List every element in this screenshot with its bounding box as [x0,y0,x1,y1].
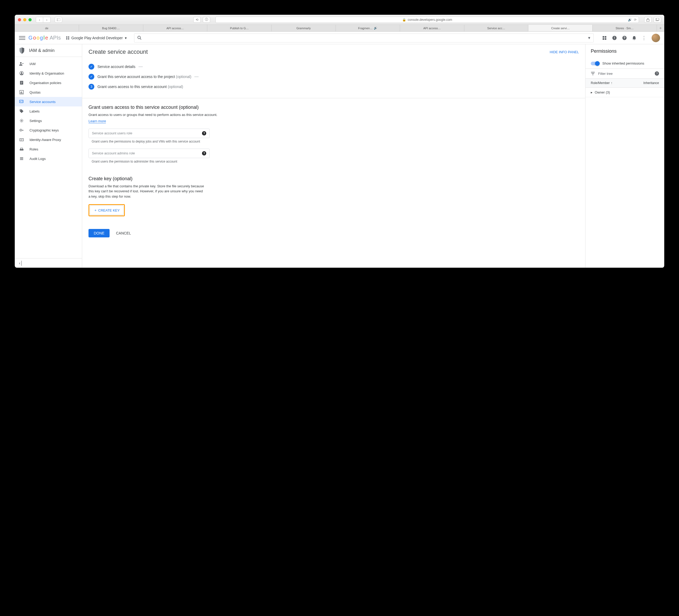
sidebar-item-org-policies[interactable]: Organisation policies [15,78,82,88]
project-name: Google Play Android Developer [71,36,123,40]
section-title: IAM & admin [29,48,55,53]
sidebar-item-crypto-keys[interactable]: Cryptographic keys [15,125,82,135]
svg-rect-25 [22,93,23,94]
users-role-input[interactable]: Service account users role ? [89,129,209,138]
svg-rect-7 [603,36,604,38]
browser-tab[interactable]: Bug 59400:… [79,25,143,31]
hamburger-menu-button[interactable] [19,35,25,41]
browser-tab[interactable]: Publish to G… [207,25,271,31]
tabs-button[interactable] [654,17,661,23]
privacy-button[interactable]: ⓘ [203,17,210,23]
plus-icon: ＋ [94,208,97,213]
svg-point-33 [21,130,21,131]
svg-rect-39 [20,149,24,150]
search-bar[interactable]: ▾ [134,33,594,42]
svg-point-31 [21,120,22,121]
chevron-down-icon: ▾ [588,35,590,40]
svg-rect-10 [605,38,606,40]
more-icon[interactable]: ⋮ [642,35,646,41]
new-tab-button[interactable]: + [657,25,664,31]
sidebar-item-settings[interactable]: Settings [15,116,82,125]
reader-button[interactable]: ⟲ [193,17,201,23]
page-title: Create service account [89,49,148,55]
sidebar-item-quotas[interactable]: Quotas [15,88,82,97]
gift-icon[interactable] [602,36,607,40]
filter-icon[interactable] [591,72,595,75]
step-3[interactable]: 3 Grant users access to this service acc… [89,82,579,92]
close-window-button[interactable] [18,18,21,21]
create-key-description: Download a file that contains the privat… [89,184,204,199]
key-icon [19,128,24,132]
svg-point-30 [20,110,21,111]
maximize-window-button[interactable] [28,18,32,21]
browser-tab[interactable]: API access… [143,25,207,31]
sidebar-item-service-accounts[interactable]: Service accounts [15,97,82,106]
browser-tab[interactable]: Grammarly [271,25,336,31]
browser-tab-active[interactable]: Create servi… [528,25,593,31]
list-icon [19,157,24,160]
minimize-window-button[interactable] [23,18,26,21]
checkmark-icon [89,74,94,80]
svg-point-5 [138,36,140,39]
address-bar[interactable]: 🔒 console.developers.google.com 🔊 ⟳ [216,17,639,23]
svg-rect-8 [605,36,606,38]
cancel-button[interactable]: CANCEL [116,231,131,235]
grant-heading: Grant users access to this service accou… [89,104,579,110]
sidebar-item-roles[interactable]: Roles [15,144,82,154]
cloud-header: Google APIs Google Play Android Develope… [15,32,664,44]
project-selector[interactable]: Google Play Android Developer ▾ [66,36,127,40]
share-button[interactable] [644,17,652,23]
section-header: IAM & admin [15,44,82,57]
browser-tab[interactable]: Service acc… [464,25,528,31]
help-icon[interactable]: ? [655,71,659,75]
hide-info-panel-button[interactable]: HIDE INFO PANEL [550,50,579,54]
checkmark-icon [89,64,94,69]
browser-tab[interactable]: Stores · Sm… [593,25,657,31]
sound-icon[interactable]: 🔊 [628,18,632,22]
step-2[interactable]: Grant this service account access to the… [89,72,579,82]
svg-line-6 [140,38,141,39]
browser-tab[interactable]: de [15,25,79,31]
inherited-permissions-toggle[interactable] [591,62,599,65]
learn-more-link[interactable]: Learn more [89,119,106,123]
done-button[interactable]: DONE [89,229,109,237]
sidebar-item-iap[interactable]: Identity-Aware Proxy [15,135,82,144]
field-hint: Grant users the permissions to deploy jo… [89,140,579,143]
sidebar-item-labels[interactable]: Labels [15,106,82,116]
forward-button[interactable]: › [43,17,51,23]
collapse-sidebar-button[interactable]: ‹│ [15,258,82,268]
inheritance-column[interactable]: Inheritance [643,81,659,85]
browser-tab[interactable]: Fragmen…🔊 [336,25,400,31]
expand-icon: ▸ [591,90,593,94]
help-icon[interactable]: ? [202,131,206,135]
user-avatar[interactable] [652,34,660,42]
create-key-button[interactable]: ＋ CREATE KEY [90,206,124,215]
iap-icon [19,138,24,142]
google-apis-logo[interactable]: Google APIs [28,35,61,41]
titlebar: ‹ › ⟲ ⓘ 🔒 console.developers.google.com … [15,15,664,25]
admins-role-input[interactable]: Service account admins role ? [89,149,209,158]
permissions-row[interactable]: ▸ Owner (3) [585,88,664,97]
alert-icon[interactable]: ! [612,36,617,40]
main-content: Create service account HIDE INFO PANEL S… [82,44,585,268]
back-button[interactable]: ‹ [36,17,43,23]
help-icon[interactable]: ? [202,151,206,155]
step-1[interactable]: Service account details [89,62,579,72]
document-icon [19,81,24,85]
reload-icon[interactable]: ⟳ [634,18,637,22]
sidebar-item-audit-logs[interactable]: Audit Logs [15,154,82,163]
browser-tab[interactable]: API access… [400,25,464,31]
service-account-icon [19,100,24,103]
sidebar-item-iam[interactable]: IAM [15,59,82,68]
svg-point-15 [20,62,22,64]
sidebar-toggle-button[interactable] [55,17,62,23]
browser-window: ‹ › ⟲ ⓘ 🔒 console.developers.google.com … [15,15,664,268]
role-member-column[interactable]: Role/Member ↑ [591,81,643,85]
sidebar-item-identity[interactable]: Identity & Organisation [15,68,82,78]
person-icon [19,71,24,75]
browser-tabs: de Bug 59400:… API access… Publish to G…… [15,25,664,32]
help-icon[interactable]: ? [622,36,627,40]
filter-input[interactable]: Filter tree [598,72,613,75]
search-icon [137,36,142,40]
bell-icon[interactable] [632,36,636,40]
